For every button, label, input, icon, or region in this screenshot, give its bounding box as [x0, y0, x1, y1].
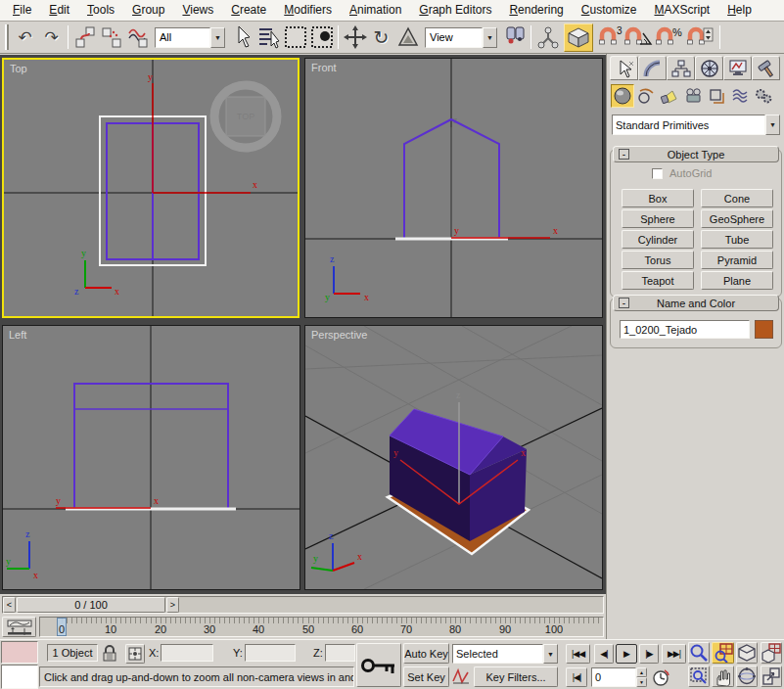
pyramid-button[interactable]: Pyramid: [701, 251, 773, 269]
rectangular-selection-region-button[interactable]: [282, 24, 308, 51]
menu-rendering[interactable]: Rendering: [500, 0, 572, 21]
go-to-end-button[interactable]: ▶▶|: [662, 644, 686, 664]
previous-frame-arrow[interactable]: <: [3, 597, 16, 613]
next-frame-arrow[interactable]: >: [166, 597, 179, 613]
zoom-extents-button[interactable]: [736, 642, 758, 664]
spinner-up-icon[interactable]: ▲: [636, 667, 647, 677]
z-coordinate-field[interactable]: [325, 644, 355, 662]
menu-edit[interactable]: Edit: [40, 0, 78, 21]
next-frame-button[interactable]: |▶: [639, 644, 659, 664]
spinner-down-icon[interactable]: ▼: [636, 677, 647, 687]
category-lights[interactable]: [658, 84, 681, 108]
x-coordinate-field[interactable]: [161, 644, 213, 662]
torus-button[interactable]: Torus: [622, 251, 694, 269]
toolbar-grip[interactable]: [5, 24, 9, 50]
zoom-button[interactable]: [688, 642, 710, 664]
geosphere-button[interactable]: GeoSphere: [701, 209, 773, 228]
select-and-rotate-button[interactable]: ↻: [368, 24, 394, 51]
time-configuration-button[interactable]: [652, 668, 670, 689]
viewport-top[interactable]: Top TOP y x y: [2, 58, 300, 318]
menu-help[interactable]: Help: [718, 0, 761, 21]
chevron-down-icon[interactable]: ▼: [483, 27, 497, 48]
selection-filter-dropdown[interactable]: All ▼: [155, 27, 225, 48]
category-space-warps[interactable]: [728, 84, 752, 108]
menu-modifiers[interactable]: Modifiers: [275, 0, 341, 21]
absolute-offset-toggle[interactable]: [125, 644, 145, 664]
viewport-front[interactable]: Front z y x z y x: [304, 58, 603, 318]
new-key-filter-curve[interactable]: [452, 667, 470, 689]
transform-gizmo[interactable]: y x: [56, 495, 159, 508]
selection-lock-toggle[interactable]: [102, 644, 117, 666]
set-keys-button[interactable]: [356, 643, 401, 687]
unlink-selection-button[interactable]: [98, 24, 124, 51]
cylinder-button[interactable]: Cylinder: [622, 230, 694, 249]
chevron-down-icon[interactable]: ▼: [210, 27, 225, 48]
select-object-button[interactable]: [229, 24, 255, 51]
select-and-manipulate-button[interactable]: [534, 24, 561, 51]
object-type-header[interactable]: - Object Type: [613, 146, 779, 162]
track-bar-ruler[interactable]: 0 10 20 30 40 50 60 70 80 90 100: [39, 617, 604, 637]
viewport-left[interactable]: Left y x z y x: [2, 325, 300, 590]
menu-customize[interactable]: Customize: [573, 0, 646, 21]
tab-display[interactable]: [723, 56, 752, 80]
undo-button[interactable]: ↶: [12, 24, 38, 51]
menu-graph-editors[interactable]: Graph Editors: [410, 0, 500, 21]
zoom-extents-all-button[interactable]: [761, 642, 782, 664]
name-color-header[interactable]: - Name and Color: [613, 295, 779, 311]
frame-spinner[interactable]: ▲ ▼: [636, 667, 647, 687]
window-crossing-toggle-button[interactable]: [308, 24, 335, 51]
go-to-start-button[interactable]: |◀◀: [566, 644, 590, 664]
spinner-snap-button[interactable]: [685, 24, 716, 51]
box-button[interactable]: Box: [622, 189, 694, 207]
menu-tools[interactable]: Tools: [78, 0, 123, 21]
select-by-name-button[interactable]: [255, 24, 282, 51]
pan-button[interactable]: [712, 666, 734, 687]
primitives-dropdown[interactable]: Standard Primitives ▼: [612, 115, 780, 135]
time-filter-dropdown[interactable]: Selected ▼: [452, 644, 558, 664]
use-pivot-center-button[interactable]: [501, 24, 528, 51]
maxscript-listener-pink[interactable]: [1, 641, 38, 664]
category-shapes[interactable]: [634, 84, 658, 108]
snap-3d-button[interactable]: 3: [596, 24, 623, 51]
menu-views[interactable]: Views: [173, 0, 222, 21]
min-max-toggle-button[interactable]: [761, 666, 782, 687]
chevron-down-icon[interactable]: ▼: [765, 115, 780, 135]
autogrid-checkbox[interactable]: [652, 168, 663, 179]
region-zoom-button[interactable]: [688, 666, 710, 687]
time-slider-thumb[interactable]: 0 / 100: [17, 597, 165, 613]
view-rotation-gizmo[interactable]: TOP: [214, 85, 277, 148]
object-name-field[interactable]: 1_0200_Tejado: [620, 320, 750, 339]
menu-file[interactable]: File: [4, 0, 40, 21]
collapse-icon[interactable]: -: [619, 149, 629, 160]
tab-utilities[interactable]: [752, 56, 780, 80]
snaps-toggle-button[interactable]: [564, 23, 593, 52]
category-helpers[interactable]: [705, 84, 728, 108]
redo-button[interactable]: ↷: [38, 24, 65, 51]
transform-gizmo[interactable]: y x: [451, 225, 558, 238]
select-and-link-button[interactable]: [71, 24, 98, 51]
set-key-button[interactable]: Set Key: [403, 666, 449, 687]
mini-curve-editor-button[interactable]: [2, 617, 36, 637]
maxscript-listener-white[interactable]: [1, 665, 38, 689]
key-filters-button[interactable]: Key Filters...: [474, 666, 558, 687]
y-coordinate-field[interactable]: [245, 644, 296, 662]
teapot-button[interactable]: Teapot: [622, 271, 694, 290]
percent-snap-button[interactable]: %: [654, 24, 685, 51]
key-mode-toggle[interactable]: |◀|: [566, 667, 587, 687]
tab-hierarchy[interactable]: [667, 56, 695, 80]
current-frame-field[interactable]: 0: [591, 667, 636, 687]
menu-animation[interactable]: Animation: [341, 0, 410, 21]
angle-snap-button[interactable]: [623, 24, 654, 51]
house-object[interactable]: [388, 409, 529, 554]
sphere-button[interactable]: Sphere: [622, 209, 694, 228]
menu-group[interactable]: Group: [123, 0, 173, 21]
tube-button[interactable]: Tube: [701, 230, 773, 249]
select-and-move-button[interactable]: [342, 24, 368, 51]
zoom-all-button[interactable]: [712, 642, 734, 664]
bind-to-space-warp-button[interactable]: [124, 24, 151, 51]
play-button[interactable]: ▶: [616, 644, 637, 664]
cone-button[interactable]: Cone: [701, 189, 773, 207]
reference-coordinate-dropdown[interactable]: View ▼: [425, 27, 497, 48]
menu-create[interactable]: Create: [222, 0, 275, 21]
menu-maxscript[interactable]: MAXScript: [646, 0, 719, 21]
